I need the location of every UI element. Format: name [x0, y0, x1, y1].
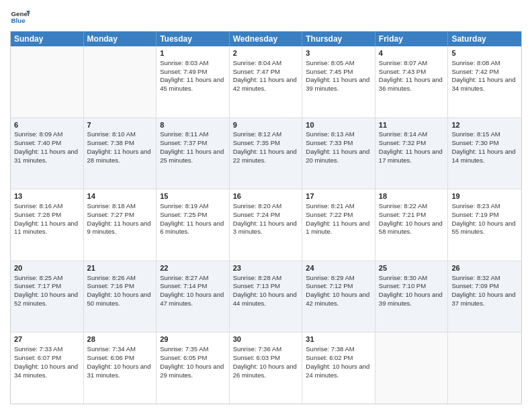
calendar-body: 1Sunrise: 8:03 AMSunset: 7:49 PMDaylight… [11, 46, 521, 404]
day-info-line: Sunrise: 8:07 AM [379, 59, 445, 68]
calendar-day-12: 12Sunrise: 8:15 AMSunset: 7:30 PMDayligh… [448, 118, 521, 189]
day-number: 17 [306, 191, 371, 201]
logo: General Blue [10, 7, 30, 27]
day-info-line: Daylight: 11 hours and 34 minutes. [451, 76, 518, 93]
calendar-day-9: 9Sunrise: 8:12 AMSunset: 7:35 PMDaylight… [230, 118, 303, 189]
calendar-day-26: 26Sunrise: 8:32 AMSunset: 7:09 PMDayligh… [448, 261, 521, 332]
day-header-tuesday: Tuesday [157, 32, 230, 46]
day-info-line: Daylight: 10 hours and 39 minutes. [379, 291, 445, 308]
calendar-day-16: 16Sunrise: 8:20 AMSunset: 7:24 PMDayligh… [230, 189, 303, 261]
day-header-sunday: Sunday [11, 32, 84, 46]
day-info-line: Sunrise: 8:03 AM [160, 59, 226, 68]
day-info-line: Daylight: 10 hours and 26 minutes. [233, 363, 299, 380]
day-number: 26 [451, 263, 518, 273]
day-info-line: Daylight: 11 hours and 45 minutes. [160, 76, 226, 93]
day-info-line: Sunset: 7:27 PM [87, 211, 153, 220]
day-number: 10 [306, 120, 371, 130]
day-info-line: Daylight: 10 hours and 24 minutes. [306, 363, 371, 380]
day-info-line: Sunset: 7:19 PM [451, 211, 518, 220]
calendar-day-15: 15Sunrise: 8:19 AMSunset: 7:25 PMDayligh… [157, 189, 230, 261]
calendar-day-21: 21Sunrise: 8:26 AMSunset: 7:16 PMDayligh… [84, 261, 157, 332]
day-info-line: Daylight: 11 hours and 20 minutes. [306, 148, 371, 165]
day-number: 14 [87, 191, 153, 201]
day-info-line: Daylight: 10 hours and 29 minutes. [160, 363, 226, 380]
day-info-line: Sunrise: 8:27 AM [160, 274, 226, 283]
day-number: 5 [451, 48, 518, 58]
calendar-day-4: 4Sunrise: 8:07 AMSunset: 7:43 PMDaylight… [375, 46, 449, 118]
day-info-line: Sunrise: 8:10 AM [87, 130, 153, 139]
day-number: 21 [87, 263, 153, 273]
calendar-day-28: 28Sunrise: 7:34 AMSunset: 6:06 PMDayligh… [84, 332, 157, 404]
day-info-line: Sunset: 6:02 PM [306, 354, 371, 363]
day-info-line: Daylight: 10 hours and 37 minutes. [451, 291, 518, 308]
day-info-line: Daylight: 10 hours and 31 minutes. [87, 363, 153, 380]
calendar-header: SundayMondayTuesdayWednesdayThursdayFrid… [11, 32, 521, 46]
day-info-line: Sunrise: 7:34 AM [87, 345, 153, 354]
day-info-line: Sunrise: 7:36 AM [233, 345, 299, 354]
day-info-line: Daylight: 11 hours and 3 minutes. [233, 220, 299, 237]
calendar-day-23: 23Sunrise: 8:28 AMSunset: 7:13 PMDayligh… [230, 261, 303, 332]
day-info-line: Sunrise: 8:21 AM [306, 202, 371, 211]
day-info-line: Daylight: 11 hours and 28 minutes. [87, 148, 153, 165]
day-info-line: Sunset: 7:12 PM [306, 282, 371, 291]
day-info-line: Daylight: 11 hours and 22 minutes. [233, 148, 299, 165]
calendar: SundayMondayTuesdayWednesdayThursdayFrid… [10, 31, 522, 404]
day-header-thursday: Thursday [302, 32, 375, 46]
day-number: 8 [160, 120, 226, 130]
day-info-line: Sunrise: 8:13 AM [306, 130, 371, 139]
day-info-line: Sunset: 7:25 PM [160, 211, 226, 220]
day-number: 12 [451, 120, 518, 130]
calendar-day-27: 27Sunrise: 7:33 AMSunset: 6:07 PMDayligh… [11, 332, 84, 404]
day-info-line: Sunset: 7:37 PM [160, 139, 226, 148]
day-info-line: Daylight: 10 hours and 47 minutes. [160, 291, 226, 308]
calendar-day-11: 11Sunrise: 8:14 AMSunset: 7:32 PMDayligh… [375, 118, 449, 189]
day-info-line: Sunrise: 8:04 AM [233, 59, 299, 68]
day-info-line: Sunset: 7:17 PM [14, 282, 80, 291]
calendar-day-18: 18Sunrise: 8:22 AMSunset: 7:21 PMDayligh… [375, 189, 449, 261]
day-info-line: Daylight: 10 hours and 55 minutes. [451, 220, 518, 237]
day-info-line: Sunset: 7:40 PM [14, 139, 80, 148]
day-info-line: Daylight: 10 hours and 42 minutes. [306, 291, 371, 308]
day-info-line: Sunset: 7:28 PM [14, 211, 80, 220]
calendar-day-20: 20Sunrise: 8:25 AMSunset: 7:17 PMDayligh… [11, 261, 84, 332]
day-info-line: Sunrise: 7:35 AM [160, 345, 226, 354]
day-info-line: Sunset: 7:10 PM [379, 282, 445, 291]
calendar-day-empty [375, 332, 449, 404]
day-header-saturday: Saturday [448, 32, 521, 46]
calendar-day-19: 19Sunrise: 8:23 AMSunset: 7:19 PMDayligh… [448, 189, 521, 261]
day-info-line: Sunrise: 8:29 AM [306, 274, 371, 283]
calendar-day-22: 22Sunrise: 8:27 AMSunset: 7:14 PMDayligh… [157, 261, 230, 332]
day-number: 2 [233, 48, 299, 58]
day-info-line: Daylight: 11 hours and 25 minutes. [160, 148, 226, 165]
calendar-day-25: 25Sunrise: 8:30 AMSunset: 7:10 PMDayligh… [375, 261, 449, 332]
logo-icon: General Blue [10, 7, 30, 27]
day-number: 20 [14, 263, 80, 273]
day-info-line: Sunrise: 8:20 AM [233, 202, 299, 211]
calendar-day-empty [84, 46, 157, 118]
day-number: 27 [14, 334, 80, 345]
day-number: 25 [379, 263, 445, 273]
calendar-day-29: 29Sunrise: 7:35 AMSunset: 6:05 PMDayligh… [157, 332, 230, 404]
day-info-line: Sunset: 7:30 PM [451, 139, 518, 148]
day-header-wednesday: Wednesday [230, 32, 303, 46]
day-info-line: Daylight: 11 hours and 9 minutes. [87, 220, 153, 237]
day-info-line: Sunset: 7:45 PM [306, 68, 371, 77]
day-info-line: Sunset: 7:21 PM [379, 211, 445, 220]
day-info-line: Sunset: 7:33 PM [306, 139, 371, 148]
day-info-line: Sunset: 6:06 PM [87, 354, 153, 363]
day-info-line: Sunrise: 8:32 AM [451, 274, 518, 283]
day-info-line: Sunrise: 8:19 AM [160, 202, 226, 211]
day-number: 31 [306, 334, 371, 345]
day-info-line: Sunrise: 8:09 AM [14, 130, 80, 139]
day-info-line: Sunrise: 8:28 AM [233, 274, 299, 283]
day-info-line: Daylight: 11 hours and 17 minutes. [379, 148, 445, 165]
calendar-week-5: 27Sunrise: 7:33 AMSunset: 6:07 PMDayligh… [11, 332, 521, 404]
day-info-line: Sunset: 7:35 PM [233, 139, 299, 148]
calendar-day-31: 31Sunrise: 7:38 AMSunset: 6:02 PMDayligh… [302, 332, 375, 404]
day-info-line: Daylight: 10 hours and 34 minutes. [14, 363, 80, 380]
day-info-line: Sunset: 7:38 PM [87, 139, 153, 148]
calendar-day-17: 17Sunrise: 8:21 AMSunset: 7:22 PMDayligh… [302, 189, 375, 261]
page: General Blue SundayMondayTuesdayWednesda… [0, 0, 532, 411]
day-info-line: Sunset: 7:32 PM [379, 139, 445, 148]
day-number: 6 [14, 120, 80, 130]
